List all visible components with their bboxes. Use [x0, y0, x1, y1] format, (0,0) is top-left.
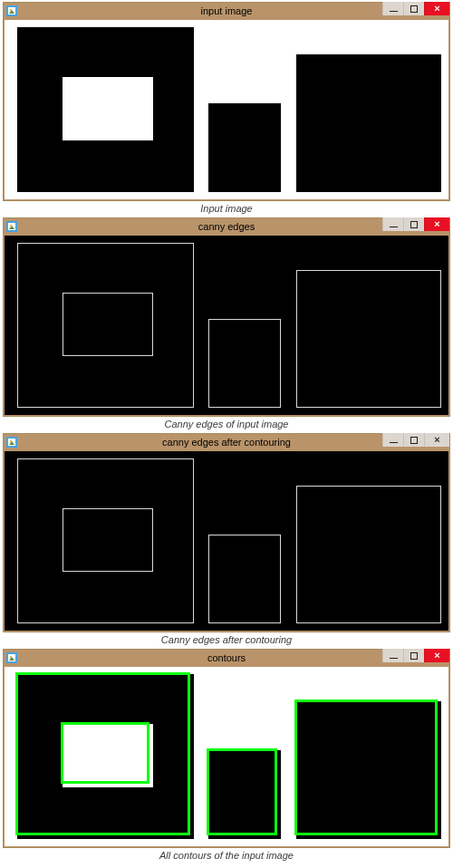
caption: Input image — [2, 203, 451, 214]
canvas-input-image — [5, 20, 448, 199]
close-button[interactable]: × — [424, 433, 449, 447]
big-rect-hole — [63, 77, 153, 140]
window-title: input image — [201, 3, 253, 19]
right-rect-edge — [296, 270, 441, 408]
image-viewer-icon — [6, 5, 17, 16]
image-viewer-icon — [6, 652, 17, 663]
window-controls: × — [382, 2, 449, 15]
close-button[interactable]: × — [424, 649, 449, 662]
maximize-button[interactable] — [403, 2, 424, 15]
titlebar[interactable]: contours × — [4, 650, 449, 666]
hole-edge — [63, 293, 153, 356]
titlebar[interactable]: input image × — [4, 3, 449, 19]
right-rect — [296, 54, 441, 192]
maximize-button[interactable] — [403, 649, 424, 662]
close-button[interactable]: × — [424, 2, 449, 15]
image-viewer-icon — [6, 437, 17, 448]
maximize-button[interactable] — [403, 433, 424, 447]
titlebar[interactable]: canny edges × — [4, 218, 449, 235]
right-rect-edge — [296, 486, 441, 623]
caption: Canny edges after contouring — [2, 634, 451, 645]
contour-right — [294, 699, 438, 835]
window-title: contours — [207, 650, 246, 666]
window-canny-after-contouring: canny edges after contouring × — [3, 433, 450, 632]
titlebar[interactable]: canny edges after contouring × — [4, 434, 449, 450]
canvas-canny-edges — [5, 236, 448, 415]
window-controls: × — [382, 217, 449, 231]
minimize-button[interactable] — [382, 2, 403, 15]
minimize-button[interactable] — [382, 649, 403, 662]
small-rect — [208, 103, 281, 192]
contour-big-inner — [61, 722, 149, 784]
close-button[interactable]: × — [424, 217, 449, 231]
window-title: canny edges — [198, 218, 255, 235]
hole-edge — [63, 508, 153, 572]
window-contours: contours × — [3, 649, 450, 848]
caption: Canny edges of input image — [2, 419, 451, 429]
contour-small — [207, 748, 277, 835]
canvas-canny-after-contouring — [5, 451, 448, 631]
window-canny-edges: canny edges × — [3, 217, 450, 417]
big-rect — [17, 27, 194, 192]
small-rect-edge — [208, 319, 281, 408]
minimize-button[interactable] — [382, 217, 403, 231]
small-rect-edge — [208, 535, 281, 623]
minimize-button[interactable] — [382, 433, 403, 447]
window-input-image: input image × — [3, 2, 450, 201]
image-viewer-icon — [6, 221, 17, 232]
maximize-button[interactable] — [403, 217, 424, 231]
window-controls: × — [382, 433, 449, 447]
window-controls: × — [382, 649, 449, 662]
window-title: canny edges after contouring — [162, 434, 291, 450]
caption: All contours of the input image — [2, 850, 451, 861]
canvas-contours — [5, 667, 448, 846]
